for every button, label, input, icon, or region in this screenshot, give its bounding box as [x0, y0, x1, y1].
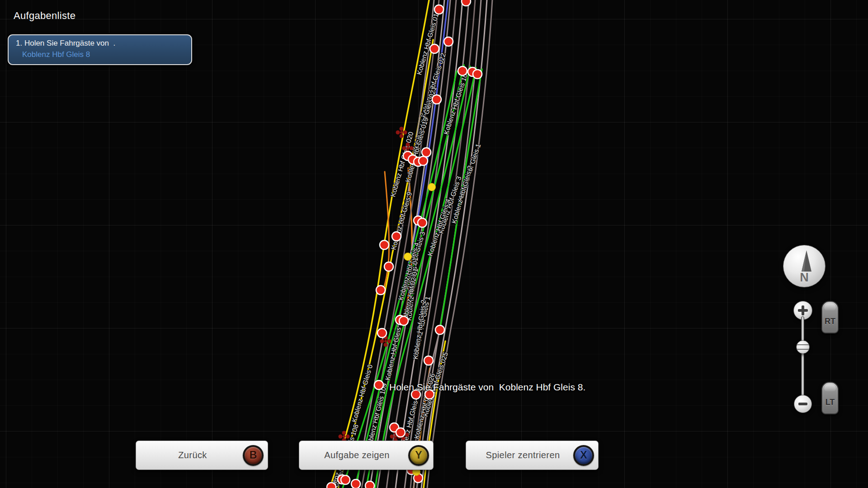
- player-marker[interactable]: [404, 253, 412, 261]
- stop-marker[interactable]: [430, 44, 439, 53]
- gamepad-y-icon: Y: [408, 445, 429, 466]
- zoom-slider-handle[interactable]: [796, 340, 810, 354]
- stop-marker[interactable]: [327, 483, 336, 488]
- map-screen: Koblenz Hbf Gleis 018Koblenz Hbf Gleis 0…: [0, 0, 868, 488]
- page-title: Aufgabenliste: [14, 10, 75, 22]
- show-task-button-label: Aufgabe zeigen: [299, 450, 408, 460]
- stop-marker[interactable]: [458, 66, 467, 75]
- back-button[interactable]: Zurück B: [136, 441, 268, 470]
- stop-marker[interactable]: [422, 148, 431, 157]
- minus-icon: [798, 403, 807, 405]
- compass-north-label: N: [783, 272, 825, 284]
- stop-marker[interactable]: [434, 5, 443, 14]
- stop-marker[interactable]: [392, 232, 401, 241]
- stop-marker[interactable]: [435, 325, 444, 334]
- stop-marker[interactable]: [424, 356, 433, 365]
- task-list-item[interactable]: 1. Holen Sie Fahrgäste von . Koblenz Hbf…: [8, 34, 192, 65]
- zoom-slider[interactable]: [801, 316, 804, 398]
- player-marker[interactable]: [428, 183, 436, 191]
- stop-marker[interactable]: [396, 428, 405, 437]
- stop-marker[interactable]: [341, 475, 350, 484]
- stop-marker[interactable]: [376, 286, 385, 295]
- stop-marker[interactable]: [374, 380, 383, 389]
- stop-marker[interactable]: [432, 95, 441, 104]
- map-task-label: Holen Sie Fahrgäste von Koblenz Hbf Glei…: [389, 382, 585, 393]
- gamepad-x-icon: X: [573, 445, 594, 466]
- right-trigger-label: RT: [825, 317, 835, 326]
- center-player-button-label: Spieler zentrieren: [466, 450, 573, 460]
- stop-marker[interactable]: [377, 328, 387, 338]
- zoom-out-button[interactable]: [794, 395, 812, 413]
- stop-marker[interactable]: [351, 479, 360, 488]
- task-item-destination: Koblenz Hbf Gleis 8: [22, 50, 90, 59]
- stop-marker[interactable]: [399, 316, 408, 325]
- stop-marker[interactable]: [419, 156, 428, 165]
- stop-marker[interactable]: [380, 240, 389, 249]
- stop-marker[interactable]: [444, 37, 453, 46]
- back-button-label: Zurück: [136, 450, 243, 460]
- left-trigger-label: LT: [826, 398, 835, 407]
- stop-marker[interactable]: [384, 262, 393, 271]
- stop-marker[interactable]: [418, 218, 427, 227]
- task-item-text: 1. Holen Sie Fahrgäste von .: [16, 39, 115, 48]
- stop-marker[interactable]: [473, 70, 482, 79]
- right-trigger-button[interactable]: RT: [821, 301, 839, 333]
- compass-control[interactable]: N: [783, 245, 826, 287]
- stop-marker[interactable]: [462, 0, 471, 6]
- stop-marker[interactable]: [365, 481, 374, 488]
- track-map[interactable]: Koblenz Hbf Gleis 018Koblenz Hbf Gleis 0…: [0, 0, 868, 488]
- center-player-button[interactable]: Spieler zentrieren X: [466, 441, 599, 470]
- gamepad-b-icon: B: [243, 445, 264, 466]
- left-trigger-button[interactable]: LT: [821, 382, 839, 414]
- show-task-button[interactable]: Aufgabe zeigen Y: [299, 441, 434, 470]
